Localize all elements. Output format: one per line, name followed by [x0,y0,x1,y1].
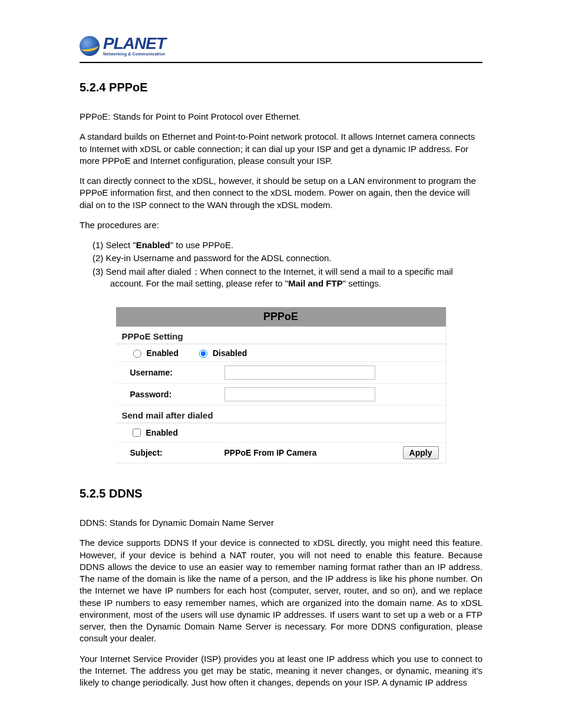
radio-disabled[interactable] [199,350,207,358]
procedures-list: (1) Select "Enabled" to use PPPoE. (2) K… [92,239,482,289]
radio-disabled-label[interactable]: Disabled [196,348,247,358]
checkbox-enabled-label[interactable]: Enabled [130,427,178,439]
pppoe-intro-3: It can directly connect to the xDSL, how… [80,175,482,211]
username-input[interactable] [224,365,375,380]
swoosh-icon [80,39,100,52]
password-input[interactable] [224,387,375,401]
radio-enabled-label[interactable]: Enabled [130,348,178,358]
username-row: Username: [116,362,446,384]
pppoe-enable-radio-group: Enabled Disabled [130,348,247,358]
brand-name: PLANET [103,35,166,52]
brand-logo: PLANET Networking & Communication [80,35,482,56]
send-mail-label: Send mail after dialed [116,406,446,423]
apply-button[interactable]: Apply [403,446,439,459]
brand-text: PLANET Networking & Communication [103,35,166,56]
header-divider [80,62,482,63]
document-page: PLANET Networking & Communication 5.2.4 … [0,0,562,728]
pppoe-config-panel: PPPoE PPPoE Setting Enabled Disabled Use… [116,307,447,463]
send-mail-enable-row: Enabled [116,423,446,443]
text: PPPoE: Stands for Point to Point Protoco… [80,111,299,121]
pppoe-intro-2: A standard builds on Ethernet and Point-… [80,131,482,167]
text-bold: Mail and FTP [288,278,343,288]
text: . [299,114,300,121]
text: " settings. [343,278,381,288]
procedures-label: The procedures are: [80,219,482,231]
subject-label: Subject: [130,448,213,457]
text: Enabled [146,428,178,437]
globe-icon [80,36,100,56]
procedure-step-1: (1) Select "Enabled" to use PPPoE. [92,239,482,251]
username-label: Username: [130,368,213,377]
pppoe-intro-1: PPPoE: Stands for Point to Point Protoco… [80,111,482,123]
text: (1) Select " [92,240,136,250]
section-heading-pppoe: 5.2.4 PPPoE [80,81,482,94]
procedure-step-2: (2) Key-in Username and password for the… [92,252,482,264]
ddns-intro-1: DDNS: Stands for Dynamic Domain Name Ser… [80,517,482,529]
ddns-intro-3: Your Internet Service Provider (ISP) pro… [80,653,482,689]
pppoe-setting-label: PPPoE Setting [116,327,446,344]
text-bold: Enabled [136,240,170,250]
send-mail-checkbox[interactable] [133,429,141,437]
text: " to use PPPoE. [170,240,233,250]
procedure-step-3: (3) Send mail after dialed：When connect … [92,266,482,290]
panel-title: PPPoE [116,307,446,327]
subject-value: PPPoE From IP Camera [224,448,391,457]
radio-enabled[interactable] [133,350,141,358]
section-heading-ddns: 5.2.5 DDNS [80,487,482,500]
brand-tagline: Networking & Communication [103,52,166,56]
password-row: Password: [116,384,446,406]
text: Enabled [147,348,178,358]
subject-row: Subject: PPPoE From IP Camera Apply [116,443,446,463]
password-label: Password: [130,390,213,399]
ddns-intro-2: The device supports DDNS If your device … [80,537,482,644]
text: (3) Send mail after dialed：When connect … [92,266,453,288]
text: Disabled [213,348,247,358]
pppoe-enable-row: Enabled Disabled [116,344,446,362]
